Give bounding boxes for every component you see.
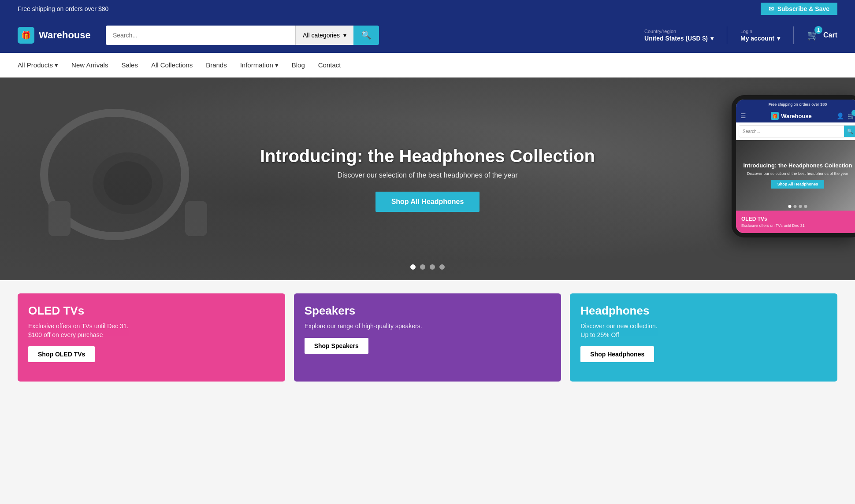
- svg-rect-1: [48, 201, 71, 236]
- product-card-desc-headphones: Discover our new collection.Up to 25% Of…: [580, 322, 827, 339]
- phone-search-bar: 🔍: [739, 125, 855, 137]
- phone-hero-cta[interactable]: Shop All Headphones: [771, 180, 825, 189]
- slide-dot-3[interactable]: [430, 264, 435, 270]
- country-value: United States (USD $) ▾: [644, 35, 714, 42]
- header-divider: [727, 26, 727, 44]
- phone-screen: Free shipping on orders over $80 ☰ 🎁 War…: [736, 100, 855, 233]
- header-right: Country/region United States (USD $) ▾ L…: [644, 26, 837, 44]
- chevron-down-icon: ▾: [275, 61, 279, 69]
- country-label: Country/region: [644, 29, 714, 34]
- nav-item-new-arrivals[interactable]: New Arrivals: [71, 59, 108, 70]
- nav-item-information[interactable]: Information ▾: [240, 59, 279, 71]
- slide-dot-2[interactable]: [420, 264, 425, 270]
- cart-icon-wrap: 🛒 1: [807, 30, 819, 41]
- product-card-btn-speakers[interactable]: Shop Speakers: [305, 338, 368, 354]
- slide-dot-1[interactable]: [410, 264, 416, 270]
- phone-mockup: Free shipping on orders over $80 ☰ 🎁 War…: [732, 95, 855, 237]
- category-dropdown[interactable]: All categories ▾: [295, 26, 353, 45]
- hero-banner: Introducing: the Headphones Collection D…: [0, 78, 855, 280]
- product-card-btn-tvs[interactable]: Shop OLED TVs: [28, 346, 95, 362]
- hero-cta-button[interactable]: Shop All Headphones: [375, 192, 480, 212]
- phone-card-title: OLED TVs: [741, 216, 854, 222]
- shipping-text: Free shipping on orders over $80: [18, 5, 108, 12]
- svg-point-4: [104, 161, 152, 205]
- phone-cart-icon: 🛒 0: [848, 112, 855, 119]
- search-icon: 🔍: [361, 30, 371, 40]
- product-card-headphones: Headphones Discover our new collection.U…: [570, 293, 837, 382]
- product-cards-grid: OLED TVs Exclusive offers on TVs until D…: [18, 293, 837, 382]
- logo-text: Warehouse: [39, 30, 91, 41]
- product-card-title-tvs: OLED TVs: [28, 304, 275, 318]
- header: 🎁 Warehouse All categories ▾ 🔍 Country/r…: [0, 18, 855, 53]
- hero-content: Introducing: the Headphones Collection D…: [260, 146, 595, 212]
- header-divider-2: [793, 26, 794, 44]
- phone-account-icon: 👤: [836, 112, 844, 119]
- hero-subtitle: Discover our selection of the best headp…: [260, 171, 595, 179]
- hero-dots: [410, 264, 445, 270]
- login-label: Login: [740, 29, 780, 34]
- chevron-down-icon: ▾: [55, 61, 58, 69]
- country-selector[interactable]: Country/region United States (USD $) ▾: [644, 29, 714, 42]
- account-section[interactable]: Login My account ▾: [740, 29, 780, 42]
- envelope-icon: ✉: [769, 5, 774, 12]
- account-value: My account ▾: [740, 35, 780, 42]
- product-card-desc-tvs: Exclusive offers on TVs until Dec 31.$10…: [28, 322, 275, 339]
- cart-label: Cart: [823, 31, 837, 39]
- phone-cart-badge: 0: [851, 110, 855, 116]
- product-card-btn-headphones[interactable]: Shop Headphones: [580, 346, 654, 362]
- phone-dot-2[interactable]: [794, 205, 797, 208]
- nav-item-blog[interactable]: Blog: [292, 59, 305, 70]
- nav-item-sales[interactable]: Sales: [121, 59, 138, 70]
- product-card-tvs: OLED TVs Exclusive offers on TVs until D…: [18, 293, 285, 382]
- product-card-title-speakers: Speakers: [305, 304, 551, 318]
- product-card-title-headphones: Headphones: [580, 304, 827, 318]
- phone-search-input[interactable]: [739, 126, 844, 137]
- nav-item-all-products[interactable]: All Products ▾: [18, 59, 58, 71]
- nav-item-all-collections[interactable]: All Collections: [151, 59, 193, 70]
- phone-hero-dots: [788, 205, 807, 208]
- nav-item-contact[interactable]: Contact: [318, 59, 341, 70]
- phone-dot-1[interactable]: [788, 205, 792, 208]
- phone-header-icons: 👤 🛒 0: [836, 112, 855, 119]
- category-label: All categories: [303, 32, 340, 39]
- phone-hero-content: Introducing: the Headphones Collection D…: [739, 158, 855, 193]
- chevron-down-icon: ▾: [710, 35, 714, 42]
- nav-item-brands[interactable]: Brands: [206, 59, 227, 70]
- chevron-down-icon: ▾: [777, 35, 780, 42]
- phone-logo-icon: 🎁: [771, 112, 779, 120]
- headphone-decoration: [26, 95, 229, 263]
- phone-logo: 🎁 Warehouse: [771, 112, 812, 120]
- phone-dot-3[interactable]: [799, 205, 802, 208]
- subscribe-button[interactable]: ✉ Subscribe & Save: [761, 3, 837, 15]
- slide-dot-4[interactable]: [439, 264, 445, 270]
- logo-area[interactable]: 🎁 Warehouse: [18, 27, 97, 44]
- phone-hero-title: Introducing: the Headphones Collection: [743, 162, 852, 169]
- product-card-speakers: Speakers Explore our range of high-quali…: [294, 293, 561, 382]
- phone-header: ☰ 🎁 Warehouse 👤 🛒 0: [736, 109, 855, 122]
- phone-card-subtitle: Exclusive offers on TVs until Dec 31: [741, 223, 854, 228]
- svg-rect-2: [185, 201, 207, 236]
- chevron-down-icon: ▾: [343, 32, 346, 39]
- hero-title: Introducing: the Headphones Collection: [260, 146, 595, 166]
- cart-button[interactable]: 🛒 1 Cart: [807, 30, 837, 41]
- search-button[interactable]: 🔍: [353, 26, 379, 45]
- top-bar: Free shipping on orders over $80 ✉ Subsc…: [0, 0, 855, 18]
- phone-dot-4[interactable]: [804, 205, 807, 208]
- cart-badge: 1: [814, 26, 822, 34]
- subscribe-label: Subscribe & Save: [777, 5, 829, 12]
- phone-search-button[interactable]: 🔍: [844, 126, 855, 137]
- product-card-desc-speakers: Explore our range of high-quality speake…: [305, 322, 551, 331]
- phone-hero: Introducing: the Headphones Collection D…: [736, 140, 855, 211]
- products-section: OLED TVs Exclusive offers on TVs until D…: [0, 280, 855, 395]
- phone-product-card: OLED TVs Exclusive offers on TVs until D…: [736, 211, 855, 233]
- phone-top-bar: Free shipping on orders over $80: [736, 100, 855, 109]
- phone-menu-icon: ☰: [740, 112, 746, 119]
- search-bar: All categories ▾ 🔍: [106, 26, 379, 45]
- phone-hero-subtitle: Discover our selection of the best headp…: [743, 171, 852, 176]
- main-nav: All Products ▾ New Arrivals Sales All Co…: [0, 53, 855, 78]
- logo-icon: 🎁: [18, 27, 34, 44]
- search-input[interactable]: [106, 26, 295, 45]
